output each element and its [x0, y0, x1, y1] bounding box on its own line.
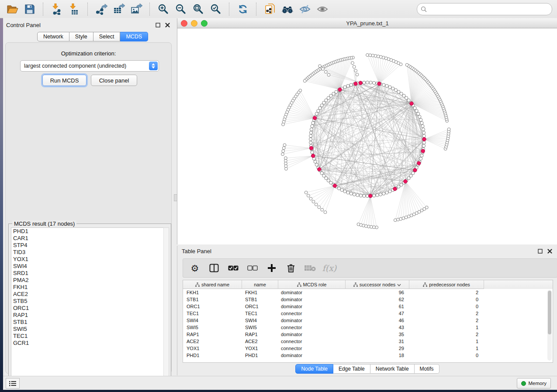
- cell: dominator: [277, 304, 344, 309]
- shared-column-icon: [297, 282, 301, 287]
- memory-status-icon: [521, 381, 526, 386]
- float-window-icon[interactable]: [154, 21, 161, 28]
- cell: 0: [408, 353, 482, 358]
- column-header-MCDS-role[interactable]: MCDS role: [278, 280, 346, 289]
- mcds-result-list[interactable]: PHD1CAR1STP4TID3YOX1SWI4SRD1PMA2FKH1ACE2…: [11, 227, 164, 384]
- mcds-result-item[interactable]: YOX1: [11, 256, 163, 263]
- column-header-shared-name[interactable]: shared name: [183, 280, 242, 289]
- column-label: MCDS role: [303, 282, 327, 287]
- refresh-icon[interactable]: [234, 1, 252, 17]
- tab-edge-table[interactable]: Edge Table: [333, 364, 370, 374]
- close-table-panel-icon[interactable]: [546, 248, 553, 254]
- table-row[interactable]: FKH1FKH1dominator962: [183, 289, 553, 296]
- float-table-panel-icon[interactable]: [536, 248, 543, 254]
- mcds-result-item[interactable]: SWI5: [11, 326, 163, 333]
- function-builder-icon[interactable]: f(x): [322, 261, 337, 275]
- column-panel-icon[interactable]: [207, 261, 221, 275]
- column-label: shared name: [201, 282, 229, 287]
- clone-network-icon[interactable]: [261, 1, 279, 17]
- mcds-result-item[interactable]: STB1: [11, 319, 163, 326]
- cell: 62: [344, 297, 408, 302]
- deselect-all-icon[interactable]: [245, 261, 260, 275]
- table-row[interactable]: SWI4SWI4dominator462: [183, 317, 553, 324]
- tab-style[interactable]: Style: [69, 32, 93, 41]
- mcds-list-scrollbar[interactable]: [163, 227, 169, 385]
- add-row-icon[interactable]: [264, 261, 279, 275]
- cell: 18: [344, 353, 408, 358]
- task-list-icon: [9, 381, 16, 386]
- cell: connector: [277, 325, 344, 330]
- delete-row-icon[interactable]: [284, 261, 298, 275]
- select-all-icon[interactable]: [226, 261, 241, 275]
- show-details-icon[interactable]: [314, 1, 331, 17]
- column-header-predecessor-nodes[interactable]: predecessor nodes: [409, 280, 484, 289]
- mcds-result-item[interactable]: GCR1: [11, 340, 163, 347]
- network-window-title: YPA_prune.txt_1: [177, 20, 557, 27]
- table-row[interactable]: YOX1YOX1connector291: [183, 345, 553, 352]
- table-row[interactable]: ACE2ACE2connector311: [183, 338, 553, 345]
- mcds-result-item[interactable]: ACE2: [11, 291, 163, 298]
- table-panel-tabs: Node TableEdge TableNetwork TableMotifs: [177, 364, 557, 374]
- column-header-name[interactable]: name: [242, 280, 278, 289]
- mcds-result-item[interactable]: TID3: [11, 249, 163, 256]
- tab-network[interactable]: Network: [37, 32, 69, 41]
- table-row[interactable]: RAP1RAP1dominator352: [183, 331, 553, 338]
- cell: RAP1: [242, 332, 277, 337]
- shared-column-icon: [353, 282, 358, 287]
- shared-column-icon: [423, 282, 427, 287]
- tab-select[interactable]: Select: [93, 32, 121, 41]
- tab-node-table[interactable]: Node Table: [295, 364, 333, 374]
- close-panel-button[interactable]: Close panel: [91, 75, 137, 86]
- cell: SWI5: [183, 325, 242, 330]
- cell: STB1: [242, 297, 277, 302]
- tab-motifs[interactable]: Motifs: [415, 364, 439, 374]
- table-scrollbar[interactable]: [547, 290, 552, 361]
- memory-button[interactable]: Memory: [517, 378, 551, 389]
- mcds-result-item[interactable]: SRD1: [11, 270, 163, 277]
- save-session-icon[interactable]: [21, 1, 38, 17]
- mcds-result-item[interactable]: ORC1: [11, 305, 163, 312]
- table-row[interactable]: TEC1TEC1connector472: [183, 310, 553, 317]
- table-settings-icon[interactable]: ⚙: [187, 261, 202, 275]
- column-header-successor-nodes[interactable]: successor nodes: [346, 280, 409, 289]
- table-row[interactable]: SWI5SWI5connector431: [183, 324, 553, 331]
- export-image-icon[interactable]: [128, 1, 145, 17]
- mcds-result-item[interactable]: STB5: [11, 298, 163, 305]
- close-panel-icon[interactable]: [164, 21, 171, 28]
- zoom-in-icon[interactable]: [155, 1, 172, 17]
- zoom-selected-icon[interactable]: [207, 1, 225, 17]
- table-scrollbar-thumb[interactable]: [548, 291, 551, 334]
- tab-mcds[interactable]: MCDS: [120, 32, 148, 41]
- tab-network-table[interactable]: Network Table: [370, 364, 415, 374]
- import-network-icon[interactable]: [48, 1, 66, 17]
- zoom-fit-icon[interactable]: [190, 1, 207, 17]
- run-mcds-button[interactable]: Run MCDS: [42, 75, 86, 86]
- network-canvas[interactable]: [177, 28, 557, 244]
- table-row[interactable]: PHD1PHD1dominator180: [183, 352, 553, 359]
- mcds-result-group: MCDS result (17 nodes) PHD1CAR1STP4TID3Y…: [8, 224, 171, 387]
- mcds-result-item[interactable]: CAR1: [11, 235, 163, 242]
- delete-table-icon[interactable]: [303, 261, 318, 275]
- mcds-result-item[interactable]: RAP1: [11, 312, 163, 319]
- cell: ACE2: [183, 339, 242, 344]
- search-network-icon[interactable]: [279, 1, 296, 17]
- vertical-splitter[interactable]: [173, 20, 177, 375]
- table-row[interactable]: ORC1ORC1dominator610: [183, 303, 553, 310]
- mcds-result-item[interactable]: PMA2: [11, 277, 163, 284]
- task-history-button[interactable]: [6, 378, 20, 389]
- hide-details-icon[interactable]: [296, 1, 314, 17]
- search-input[interactable]: [429, 6, 548, 13]
- mcds-result-item[interactable]: TEC1: [11, 333, 163, 340]
- mcds-result-item[interactable]: FKH1: [11, 284, 163, 291]
- export-network-icon[interactable]: [93, 1, 110, 17]
- mcds-result-item[interactable]: STP4: [11, 242, 163, 249]
- zoom-out-icon[interactable]: [172, 1, 190, 17]
- mcds-result-item[interactable]: PHD1: [11, 228, 163, 235]
- export-table-icon[interactable]: [110, 1, 128, 17]
- table-row[interactable]: STB1STB1dominator620: [183, 296, 553, 303]
- cell: 96: [344, 290, 408, 295]
- optimization-select[interactable]: largest connected component (undirected): [20, 60, 159, 72]
- import-table-icon[interactable]: [66, 1, 83, 17]
- mcds-result-item[interactable]: SWI4: [11, 263, 163, 270]
- open-file-icon[interactable]: [3, 1, 21, 17]
